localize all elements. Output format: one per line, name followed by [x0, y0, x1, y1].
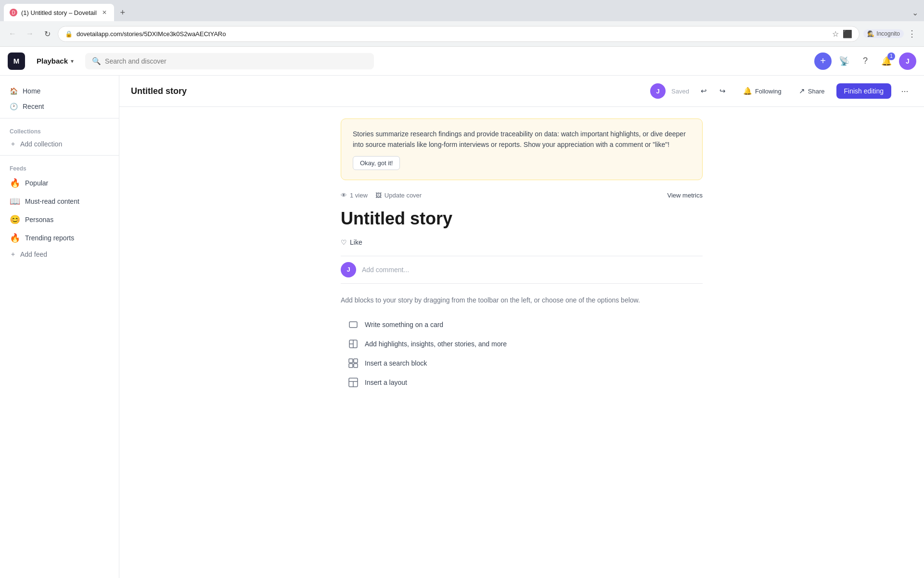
block-option-layout[interactable]: Insert a layout: [341, 373, 703, 392]
sidebar-item-must-read[interactable]: 📖 Must-read content: [0, 192, 119, 210]
redo-button[interactable]: ↪: [714, 84, 732, 98]
author-avatar: J: [650, 83, 666, 99]
view-count[interactable]: 👁 1 view: [341, 192, 368, 199]
story-title-main[interactable]: Untitled story: [341, 209, 703, 229]
block-option-card[interactable]: Write something on a card: [341, 315, 703, 334]
activity-icon: 📡: [839, 56, 849, 66]
image-icon: 🖼: [375, 192, 382, 199]
bell-story-icon: 🔔: [743, 87, 752, 95]
header-actions: + 📡 ? 🔔 1 J: [814, 53, 916, 70]
tab-strip-end: ⌄: [910, 6, 920, 19]
commenter-avatar: J: [341, 262, 356, 277]
block-option-highlights-label: Add highlights, insights, other stories,…: [365, 340, 507, 348]
card-icon: [347, 320, 359, 329]
svg-rect-6: [349, 364, 353, 368]
sidebar-divider-1: [0, 118, 119, 118]
highlights-icon: [347, 339, 359, 349]
notifications-button[interactable]: 🔔 1: [878, 53, 895, 70]
tab-favicon: D: [10, 9, 17, 16]
sidebar-item-home[interactable]: 🏠 Home: [0, 83, 119, 99]
workspace-selector[interactable]: Playback ▾: [33, 55, 77, 67]
finish-editing-button[interactable]: Finish editing: [836, 83, 892, 99]
user-avatar[interactable]: J: [899, 53, 916, 70]
feeds-section-label: Feeds: [0, 159, 119, 174]
story-title-header[interactable]: Untitled story: [131, 86, 644, 96]
redo-icon: ↪: [719, 87, 726, 95]
popular-label: Popular: [25, 179, 48, 187]
sidebar-item-popular[interactable]: 🔥 Popular: [0, 174, 119, 192]
add-feed-label: Add feed: [20, 250, 47, 258]
lock-icon: 🔒: [65, 30, 73, 38]
layout-icon: [347, 378, 359, 387]
new-tab-button[interactable]: +: [116, 6, 129, 19]
home-icon: 🏠: [10, 87, 18, 95]
personas-label: Personas: [25, 216, 53, 223]
svg-rect-4: [349, 359, 353, 363]
sidebar-home-label: Home: [23, 87, 40, 95]
share-icon: ↗: [799, 87, 805, 95]
sidebar-divider-2: [0, 155, 119, 156]
tab-close-button[interactable]: ✕: [101, 9, 108, 16]
global-search[interactable]: 🔍: [85, 53, 374, 69]
block-option-search[interactable]: Insert a search block: [341, 354, 703, 373]
bookmark-icon[interactable]: ☆: [832, 29, 839, 39]
url-bar[interactable]: 🔒 dovetailapp.com/stories/5DXIMce3k0S2wa…: [58, 26, 860, 42]
add-feed-icon: ＋: [10, 250, 16, 259]
comment-input[interactable]: Add comment...: [362, 266, 409, 274]
popular-icon: 🔥: [10, 178, 20, 188]
got-it-button[interactable]: Okay, got it!: [353, 156, 400, 170]
following-button[interactable]: 🔔 Following: [737, 84, 787, 98]
svg-rect-0: [349, 322, 357, 328]
sidebar-item-trending[interactable]: 🔥 Trending reports: [0, 229, 119, 247]
like-label: Like: [350, 238, 362, 246]
undo-button[interactable]: ↩: [695, 84, 713, 98]
reload-button[interactable]: ↻: [40, 27, 54, 40]
like-button[interactable]: ♡ Like: [341, 238, 703, 246]
sidebar-item-personas[interactable]: 😊 Personas: [0, 210, 119, 229]
activity-button[interactable]: 📡: [835, 53, 853, 70]
help-button[interactable]: ?: [857, 53, 874, 70]
trending-label: Trending reports: [25, 234, 74, 242]
browser-menu-button[interactable]: ⋮: [906, 26, 918, 41]
workspace-avatar: M: [8, 53, 25, 70]
story-meta: 👁 1 view 🖼 Update cover View metrics: [341, 192, 703, 199]
undo-redo-group: ↩ ↪: [695, 84, 732, 98]
personas-icon: 😊: [10, 214, 20, 225]
following-label: Following: [755, 88, 782, 95]
cast-icon[interactable]: ⬛: [843, 29, 852, 39]
story-content: Stories summarize research findings and …: [329, 107, 714, 404]
browser-tab[interactable]: D (1) Untitled story – Dovetail ✕: [4, 4, 114, 21]
share-button[interactable]: ↗ Share: [793, 84, 831, 98]
story-header: Untitled story J Saved ↩ ↪ 🔔 Following: [119, 76, 924, 107]
block-option-highlights[interactable]: Add highlights, insights, other stories,…: [341, 334, 703, 354]
share-label: Share: [808, 88, 825, 95]
trending-icon: 🔥: [10, 233, 20, 243]
update-cover-button[interactable]: 🖼 Update cover: [375, 192, 422, 199]
sidebar-recent-label: Recent: [23, 103, 44, 110]
add-collection-button[interactable]: ＋ Add collection: [0, 137, 119, 151]
add-collection-label: Add collection: [20, 140, 62, 148]
search-block-icon: [347, 358, 359, 368]
tab-title: (1) Untitled story – Dovetail: [21, 9, 97, 16]
back-button[interactable]: ←: [6, 27, 19, 40]
sidebar: 🏠 Home 🕐 Recent Collections ＋ Add collec…: [0, 76, 119, 578]
create-button[interactable]: +: [814, 53, 832, 70]
svg-rect-7: [354, 364, 358, 368]
heart-icon: ♡: [341, 238, 347, 246]
url-text: dovetailapp.com/stories/5DXIMce3k0S2waAE…: [77, 30, 828, 38]
sidebar-item-recent[interactable]: 🕐 Recent: [0, 99, 119, 114]
info-banner: Stories summarize research findings and …: [341, 118, 703, 180]
block-option-layout-label: Insert a layout: [365, 379, 407, 386]
forward-button[interactable]: →: [23, 27, 37, 40]
collections-section-label: Collections: [0, 122, 119, 137]
must-read-label: Must-read content: [25, 197, 79, 205]
search-input[interactable]: [105, 57, 367, 65]
saved-status: Saved: [671, 88, 689, 95]
more-options-button[interactable]: ···: [897, 83, 912, 99]
incognito-label: Incognito: [876, 30, 900, 37]
view-metrics-button[interactable]: View metrics: [667, 192, 703, 199]
add-feed-button[interactable]: ＋ Add feed: [0, 247, 119, 262]
more-dots-icon: ···: [901, 86, 908, 96]
info-banner-text: Stories summarize research findings and …: [353, 129, 691, 150]
comment-area: J Add comment...: [341, 256, 703, 284]
